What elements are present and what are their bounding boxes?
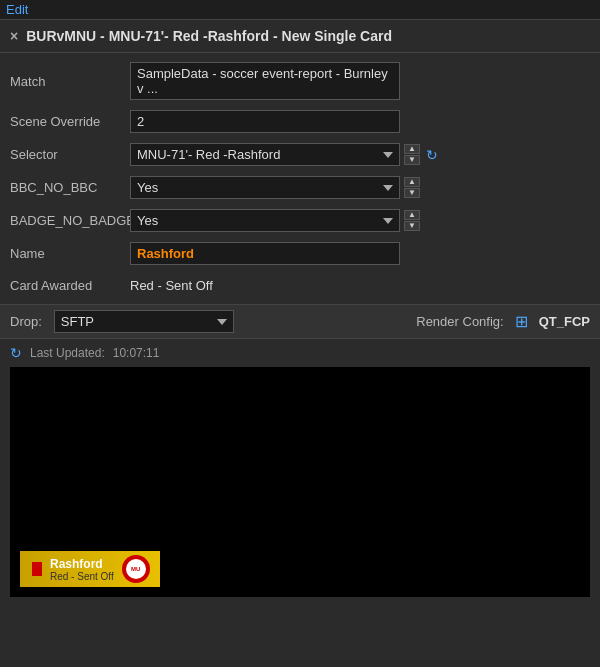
window-title: BURvMNU - MNU-71'- Red -Rashford - New S… — [26, 28, 392, 44]
mu-badge-text: MU — [131, 566, 140, 572]
edit-menu-item[interactable]: Edit — [6, 2, 28, 17]
last-updated-label: Last Updated: — [30, 346, 105, 360]
selector-group: MNU-71'- Red -Rashford ▲ ▼ ↻ — [130, 143, 440, 166]
match-row: Match SampleData - soccer event-report -… — [0, 57, 600, 105]
close-button[interactable]: × — [10, 28, 18, 44]
bbc-up-button[interactable]: ▲ — [404, 177, 420, 187]
render-icon: ⊞ — [515, 312, 528, 331]
last-updated-time: 10:07:11 — [113, 346, 160, 360]
mu-badge-inner: MU — [126, 559, 146, 579]
badge-label: BADGE_NO_BADGE — [10, 213, 130, 228]
card-awarded-row: Card Awarded Red - Sent Off — [0, 270, 600, 300]
name-input[interactable] — [130, 242, 400, 265]
drop-select[interactable]: SFTPFTPLocal — [54, 310, 234, 333]
scene-override-value: 2 — [130, 110, 400, 133]
selector-up-button[interactable]: ▲ — [404, 144, 420, 154]
selector-label: Selector — [10, 147, 130, 162]
red-card-indicator — [32, 562, 42, 576]
bbc-label: BBC_NO_BBC — [10, 180, 130, 195]
badge-spinner: ▲ ▼ — [404, 210, 420, 231]
bbc-select[interactable]: YesNo — [130, 176, 400, 199]
title-bar: × BURvMNU - MNU-71'- Red -Rashford - New… — [0, 20, 600, 53]
badge-group: YesNo ▲ ▼ — [130, 209, 420, 232]
selector-select[interactable]: MNU-71'- Red -Rashford — [130, 143, 400, 166]
badge-row: BADGE_NO_BADGE YesNo ▲ ▼ — [0, 204, 600, 237]
name-row: Name — [0, 237, 600, 270]
bbc-down-button[interactable]: ▼ — [404, 188, 420, 198]
bbc-row: BBC_NO_BBC YesNo ▲ ▼ — [0, 171, 600, 204]
preview-area: ↻ Last Updated: 10:07:11 Rashford Red - … — [0, 339, 600, 597]
card-awarded-label: Card Awarded — [10, 278, 130, 293]
render-config-value: QT_FCP — [539, 314, 590, 329]
bbc-spinner: ▲ ▼ — [404, 177, 420, 198]
preview-refresh-button[interactable]: ↻ — [10, 345, 22, 361]
scene-override-label: Scene Override — [10, 114, 130, 129]
name-label: Name — [10, 246, 130, 261]
card-player-name: Rashford — [50, 557, 114, 571]
card-graphic: Rashford Red - Sent Off MU — [20, 551, 160, 587]
menu-bar: Edit — [0, 0, 600, 20]
badge-down-button[interactable]: ▼ — [404, 221, 420, 231]
preview-header: ↻ Last Updated: 10:07:11 — [0, 339, 600, 367]
card-event: Red - Sent Off — [50, 571, 114, 582]
selector-row: Selector MNU-71'- Red -Rashford ▲ ▼ ↻ — [0, 138, 600, 171]
selector-down-button[interactable]: ▼ — [404, 155, 420, 165]
selector-spinner: ▲ ▼ — [404, 144, 420, 165]
mu-badge: MU — [122, 555, 150, 583]
card-text-block: Rashford Red - Sent Off — [50, 557, 114, 582]
render-config-label: Render Config: — [416, 314, 503, 329]
form-area: Match SampleData - soccer event-report -… — [0, 53, 600, 304]
drop-label: Drop: — [10, 314, 42, 329]
bbc-group: YesNo ▲ ▼ — [130, 176, 420, 199]
selector-refresh-button[interactable]: ↻ — [424, 147, 440, 163]
card-awarded-value: Red - Sent Off — [130, 278, 213, 293]
badge-select[interactable]: YesNo — [130, 209, 400, 232]
preview-canvas: Rashford Red - Sent Off MU — [10, 367, 590, 597]
badge-up-button[interactable]: ▲ — [404, 210, 420, 220]
scene-override-row: Scene Override 2 — [0, 105, 600, 138]
match-value: SampleData - soccer event-report - Burnl… — [130, 62, 400, 100]
bottom-toolbar: Drop: SFTPFTPLocal Render Config: ⊞ QT_F… — [0, 304, 600, 339]
match-label: Match — [10, 74, 130, 89]
